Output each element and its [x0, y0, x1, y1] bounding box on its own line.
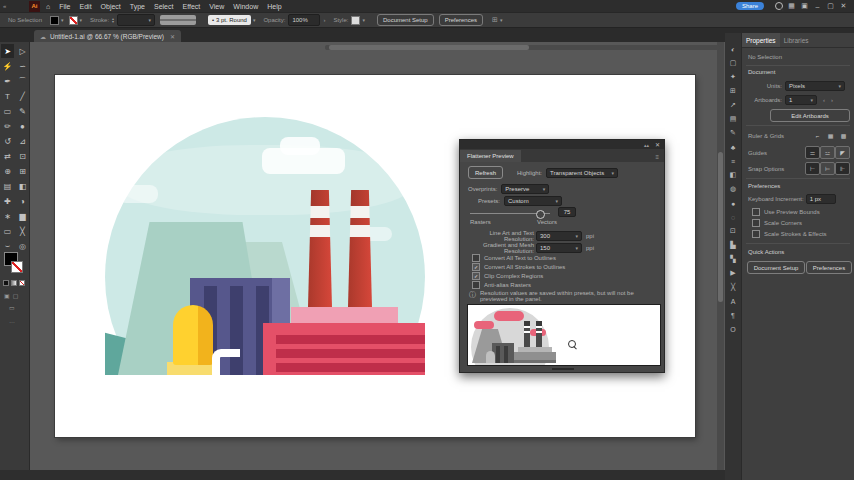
appearance-icon[interactable]: ● — [731, 196, 735, 210]
artboard-tool[interactable]: ▭ — [1, 224, 14, 238]
slider-value-field[interactable]: 75 — [558, 207, 576, 217]
style-caret-icon[interactable]: ▾ — [362, 17, 365, 23]
paintbrush-tool[interactable]: ✎ — [16, 104, 29, 118]
convert-text-checkbox[interactable] — [472, 254, 480, 262]
character-icon[interactable]: A — [731, 294, 736, 308]
brush-caret-icon[interactable]: ▾ — [253, 17, 256, 23]
menu-object[interactable]: Object — [101, 3, 121, 10]
pen-tool[interactable]: ✒ — [1, 74, 14, 88]
lasso-tool[interactable]: ∽ — [16, 59, 29, 73]
menu-effect[interactable]: Effect — [182, 3, 200, 10]
artboards-icon[interactable]: ⊞ — [730, 84, 736, 98]
snap-pixel-icon[interactable]: ⊨ — [820, 162, 835, 175]
clip-complex-checkbox[interactable]: ✓ — [472, 272, 480, 280]
minimize-button[interactable]: – — [811, 3, 824, 10]
shape-builder-tool[interactable]: ⊕ — [1, 164, 14, 178]
stroke-stepper[interactable]: ▴▾ — [112, 17, 114, 23]
symbol-sprayer-tool[interactable]: ∗ — [1, 209, 14, 223]
tools-icon[interactable]: ╳ — [731, 280, 735, 294]
transparency-icon[interactable]: ◍ — [730, 182, 736, 196]
artboards-select[interactable]: 1▾ — [785, 95, 817, 105]
stroke-caret-icon[interactable]: ▾ — [80, 17, 83, 23]
actions-icon[interactable]: ▶ — [730, 266, 735, 280]
tab-properties[interactable]: Properties — [742, 33, 780, 47]
tab-libraries[interactable]: Libraries — [780, 33, 813, 47]
menu-select[interactable]: Select — [154, 3, 173, 10]
vertical-scrollbar-thumb[interactable] — [718, 152, 723, 302]
stroke-weight-select[interactable]: ▾ — [117, 14, 155, 26]
overprints-select[interactable]: Preserve▾ — [501, 184, 549, 194]
toolbar-ellipsis-icon[interactable]: … — [9, 318, 15, 324]
pathfinder-icon[interactable]: ▚ — [730, 252, 735, 266]
style-swatch[interactable] — [351, 16, 360, 25]
line-segment-tool[interactable]: ╱ — [16, 89, 29, 103]
presets-select[interactable]: Custom▾ — [504, 196, 562, 206]
scale-corners-checkbox[interactable] — [752, 219, 760, 227]
direct-selection-tool[interactable]: ▷ — [16, 44, 29, 58]
horizontal-scrollbar[interactable] — [325, 45, 720, 50]
panel-options-caret-icon[interactable]: ▾ — [500, 17, 503, 23]
menu-view[interactable]: View — [209, 3, 224, 10]
search-icon[interactable] — [772, 2, 785, 11]
slice-tool[interactable]: ╳ — [16, 224, 29, 238]
paragraph-icon[interactable]: ¶ — [731, 308, 735, 322]
menu-window[interactable]: Window — [233, 3, 258, 10]
panel-resize-handle[interactable] — [552, 368, 574, 370]
document-setup-button[interactable]: Document Setup — [377, 14, 434, 26]
rotate-tool[interactable]: ↺ — [1, 134, 14, 148]
qa-preferences-button[interactable]: Preferences — [806, 261, 852, 274]
draw-normal-icon[interactable]: ▣ — [4, 292, 10, 299]
color-guide-icon[interactable]: ▢ — [730, 56, 737, 70]
highlight-select[interactable]: Transparent Objects▾ — [546, 168, 618, 178]
transform-icon[interactable]: ⊡ — [730, 224, 736, 238]
free-transform-tool[interactable]: ⊡ — [16, 149, 29, 163]
keyboard-increment-field[interactable]: 1 px — [806, 194, 836, 204]
align-icon[interactable]: ▙ — [730, 238, 735, 252]
stroke-color-swatch[interactable] — [11, 261, 23, 273]
lineart-resolution-select[interactable]: 300▾ — [536, 231, 582, 241]
flattener-preview-area[interactable] — [467, 304, 661, 366]
draw-behind-icon[interactable]: ▢ — [13, 292, 19, 299]
pencil-tool[interactable]: ✏ — [1, 119, 14, 133]
graphic-styles-icon[interactable]: ◌ — [731, 210, 735, 224]
perspective-grid-tool[interactable]: ⊞ — [16, 164, 29, 178]
scale-strokes-checkbox[interactable] — [752, 230, 760, 238]
stroke-swatch[interactable] — [69, 16, 78, 25]
tab-close-icon[interactable]: ✕ — [170, 33, 175, 40]
qa-document-setup-button[interactable]: Document Setup — [747, 261, 805, 274]
color-icon[interactable]: ◐ — [731, 42, 735, 56]
vertical-scrollbar[interactable] — [717, 42, 724, 470]
snap-point-icon[interactable]: ⊩ — [835, 162, 850, 175]
lock-guides-icon[interactable]: ⚍ — [820, 146, 835, 159]
horizontal-scrollbar-thumb[interactable] — [329, 45, 529, 50]
ruler-icon[interactable]: ⌐ — [811, 130, 824, 141]
panel-menu-icon[interactable]: ≡ — [655, 154, 659, 160]
raster-vector-slider[interactable] — [470, 213, 550, 214]
symbols-icon[interactable]: ♣ — [731, 140, 736, 154]
artboard-prev-icon[interactable]: ‹ — [823, 97, 825, 103]
collapse-icon[interactable]: « — [3, 3, 6, 9]
mesh-tool[interactable]: ▤ — [1, 179, 14, 193]
slider-thumb[interactable] — [536, 210, 545, 219]
opentype-icon[interactable]: O — [730, 322, 735, 336]
flattener-tab[interactable]: Flattener Preview — [460, 150, 521, 162]
asset-export-icon[interactable]: ↗ — [730, 98, 736, 112]
grid-icon[interactable]: ▦ — [824, 130, 837, 141]
blend-tool[interactable]: ◑ — [16, 194, 29, 208]
gradient-icon[interactable]: ◧ — [730, 168, 737, 182]
eyedropper-tool[interactable]: ✚ — [1, 194, 14, 208]
magic-wand-tool[interactable]: ⚡ — [1, 59, 14, 73]
close-button[interactable]: ✕ — [837, 2, 850, 10]
curvature-tool[interactable]: ⌒ — [16, 74, 29, 88]
arrange-documents-icon[interactable]: ▦ — [785, 2, 798, 10]
pixel-grid-icon[interactable]: ▩ — [837, 130, 850, 141]
artboard-next-icon[interactable]: › — [831, 97, 833, 103]
scale-tool[interactable]: ⊿ — [16, 134, 29, 148]
rectangle-tool[interactable]: ▭ — [1, 104, 14, 118]
none-mode-icon[interactable] — [19, 280, 25, 286]
width-tool[interactable]: ⇄ — [1, 149, 14, 163]
smart-guides-icon[interactable]: ◤ — [835, 146, 850, 159]
restore-button[interactable]: ▢ — [824, 2, 837, 10]
opacity-field[interactable]: 100% — [288, 14, 320, 26]
gradient-tool[interactable]: ◧ — [16, 179, 29, 193]
